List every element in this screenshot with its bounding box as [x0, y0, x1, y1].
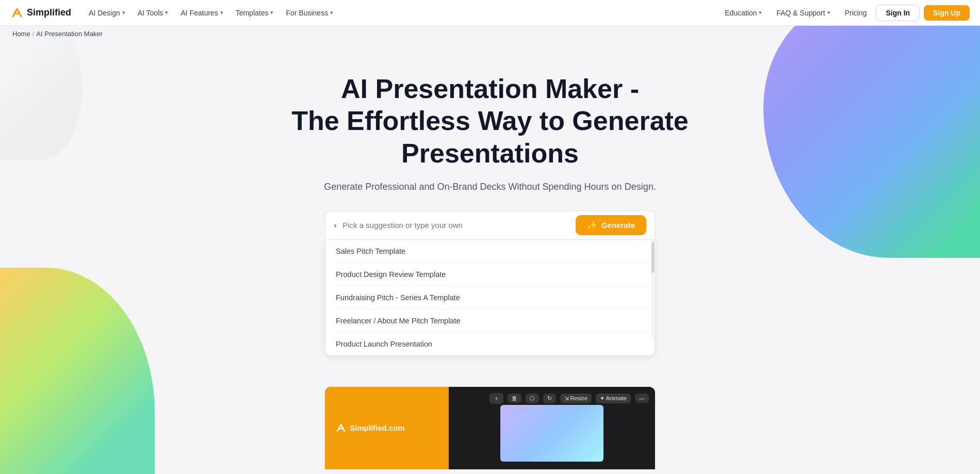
- preview-add-button[interactable]: ＋: [489, 393, 503, 404]
- search-box: › ✨ Generate: [325, 211, 655, 240]
- nav-ai-design[interactable]: AI Design ▾: [84, 6, 130, 20]
- sign-up-button[interactable]: Sign Up: [924, 5, 970, 21]
- preview-animate-button[interactable]: ✦ Animate: [596, 394, 631, 403]
- hero-title: AI Presentation Maker - The Effortless W…: [291, 73, 689, 169]
- search-container: › ✨ Generate Sales Pitch Template Produc…: [325, 211, 655, 356]
- suggestion-item[interactable]: Sales Pitch Template: [325, 240, 655, 263]
- nav-right: Education ▾ FAQ & Support ▾ Pricing Sign…: [720, 5, 970, 21]
- nav-faq-support[interactable]: FAQ & Support ▾: [771, 6, 835, 20]
- breadcrumb-current-page: AI Presentation Maker: [36, 30, 103, 38]
- nav-ai-features[interactable]: AI Features ▾: [175, 6, 228, 20]
- preview-logo-icon: [335, 422, 347, 434]
- search-expand-icon: ›: [334, 221, 336, 230]
- preview-card: Simplified.com ＋ 🗑 ⬡ ↻ ⇲ Resize ✦ Animat…: [325, 387, 655, 469]
- preview-shape-button[interactable]: ⬡: [526, 394, 539, 403]
- preview-logo-area: Simplified.com: [335, 422, 438, 434]
- suggestion-item[interactable]: Product Launch Presentation: [325, 333, 655, 355]
- chevron-down-icon: ▾: [220, 9, 223, 16]
- nav-education[interactable]: Education ▾: [720, 6, 767, 20]
- main-content: AI Presentation Maker - The Effortless W…: [0, 42, 980, 469]
- brand-logo[interactable]: Simplified: [10, 6, 71, 20]
- brand-name: Simplified: [27, 7, 71, 18]
- chevron-down-icon: ▾: [270, 9, 273, 16]
- preview-logo-text: Simplified.com: [350, 423, 405, 432]
- breadcrumb: Home / AI Presentation Maker: [0, 26, 980, 42]
- suggestion-item[interactable]: Product Design Review Template: [325, 263, 655, 286]
- navbar: Simplified AI Design ▾ AI Tools ▾ AI Fea…: [0, 0, 980, 26]
- suggestion-item[interactable]: Fundraising Pitch - Series A Template: [325, 286, 655, 309]
- breadcrumb-separator: /: [32, 30, 35, 38]
- wand-icon: ✨: [587, 220, 597, 230]
- scroll-track: [651, 240, 655, 338]
- preview-resize-button[interactable]: ⇲ Resize: [560, 394, 592, 403]
- brand-logo-icon: [10, 6, 24, 20]
- preview-slide: [500, 405, 603, 462]
- preview-toolbar: ＋ 🗑 ⬡ ↻ ⇲ Resize ✦ Animate —: [449, 393, 655, 404]
- hero-subtitle: Generate Professional and On-Brand Decks…: [324, 179, 656, 194]
- breadcrumb-home-link[interactable]: Home: [12, 30, 30, 38]
- suggestion-item[interactable]: Freelancer / About Me Pitch Template: [325, 309, 655, 332]
- preview-card-left: Simplified.com: [325, 387, 449, 469]
- chevron-down-icon: ▾: [759, 9, 762, 16]
- nav-left: AI Design ▾ AI Tools ▾ AI Features ▾ Tem…: [84, 6, 720, 20]
- chevron-down-icon: ▾: [330, 9, 333, 16]
- chevron-down-icon: ▾: [165, 9, 168, 16]
- preview-rotate-button[interactable]: ↻: [543, 394, 556, 403]
- generate-button[interactable]: ✨ Generate: [576, 215, 646, 235]
- nav-for-business[interactable]: For Business ▾: [281, 6, 338, 20]
- nav-pricing[interactable]: Pricing: [840, 6, 872, 20]
- nav-templates[interactable]: Templates ▾: [231, 6, 279, 20]
- chevron-down-icon: ▾: [122, 9, 125, 16]
- preview-more-button[interactable]: —: [635, 394, 649, 403]
- search-input[interactable]: [342, 221, 576, 230]
- nav-ai-tools[interactable]: AI Tools ▾: [133, 6, 174, 20]
- preview-delete-button[interactable]: 🗑: [508, 394, 521, 403]
- scroll-thumb[interactable]: [651, 242, 655, 273]
- dropdown-list: Sales Pitch Template Product Design Revi…: [325, 240, 655, 356]
- preview-card-right: ＋ 🗑 ⬡ ↻ ⇲ Resize ✦ Animate —: [449, 387, 655, 469]
- chevron-down-icon: ▾: [827, 9, 830, 16]
- sign-in-button[interactable]: Sign In: [876, 5, 920, 21]
